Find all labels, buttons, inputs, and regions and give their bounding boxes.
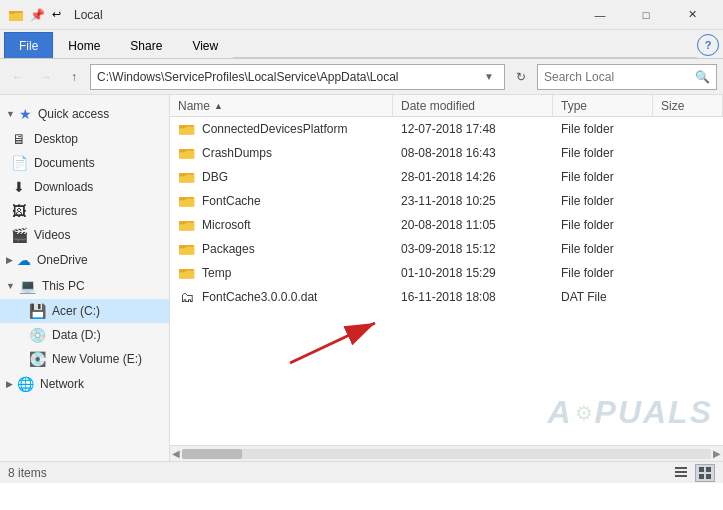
col-header-type[interactable]: Type [553,95,653,116]
col-header-name[interactable]: Name ▲ [170,95,393,116]
search-icon[interactable]: 🔍 [695,70,710,84]
file-area: Name ▲ Date modified Type Size Connected… [170,95,723,461]
svg-rect-20 [179,245,185,248]
this-pc-icon: 💻 [19,278,36,294]
onedrive-chevron-icon: ▶ [6,255,13,265]
sidebar-label-drive-c: Acer (C:) [52,304,100,318]
quick-access-label: Quick access [38,107,109,121]
file-type-cell: File folder [553,165,653,188]
table-row[interactable]: Microsoft 20-08-2018 11:05 File folder [170,213,723,237]
file-type-cell: DAT File [553,285,653,308]
sidebar-item-desktop[interactable]: 🖥 Desktop [0,127,169,151]
sidebar-item-drive-c[interactable]: 💾 Acer (C:) [0,299,169,323]
svg-rect-5 [179,125,185,128]
scroll-track [182,449,711,459]
svg-rect-2 [9,11,15,14]
table-row[interactable]: CrashDumps 08-08-2018 16:43 File folder [170,141,723,165]
documents-icon: 📄 [10,154,28,172]
up-button[interactable]: ↑ [62,65,86,89]
table-row[interactable]: ConnectedDevicesPlatform 12-07-2018 17:4… [170,117,723,141]
col-header-date[interactable]: Date modified [393,95,553,116]
search-input[interactable] [544,70,695,84]
horizontal-scrollbar[interactable]: ◀ ▶ [170,445,723,461]
large-icons-view-button[interactable] [695,464,715,482]
quick-access-icon: ★ [19,106,32,122]
back-button[interactable]: ← [6,65,30,89]
refresh-button[interactable]: ↻ [509,65,533,89]
table-row[interactable]: Packages 03-09-2018 15:12 File folder [170,237,723,261]
file-date-cell: 23-11-2018 10:25 [393,189,553,212]
table-row[interactable]: 🗂 FontCache3.0.0.0.dat 16-11-2018 18:08 … [170,285,723,309]
sidebar-item-videos[interactable]: 🎬 Videos [0,223,169,247]
window-controls: — □ ✕ [577,0,715,30]
desktop-icon: 🖥 [10,130,28,148]
nav-bar: ← → ↑ C:\Windows\ServiceProfiles\LocalSe… [0,59,723,95]
sort-icon: ▲ [214,101,223,111]
onedrive-label: OneDrive [37,253,88,267]
svg-rect-27 [675,471,687,473]
drive-d-icon: 💿 [28,326,46,344]
svg-rect-32 [706,474,711,479]
file-name-cell: Packages [170,237,393,260]
scroll-left-arrow[interactable]: ◀ [172,448,182,459]
scroll-right-arrow[interactable]: ▶ [711,448,721,459]
minimize-button[interactable]: — [577,0,623,30]
details-view-button[interactable] [671,464,691,482]
sidebar-label-downloads: Downloads [34,180,93,194]
sidebar-label-drive-e: New Volume (E:) [52,352,142,366]
table-row[interactable]: DBG 28-01-2018 14:26 File folder [170,165,723,189]
table-row[interactable]: FontCache 23-11-2018 10:25 File folder [170,189,723,213]
file-size-cell [653,141,723,164]
address-bar[interactable]: C:\Windows\ServiceProfiles\LocalService\… [90,64,505,90]
ribbon: File Home Share View ? [0,30,723,59]
maximize-button[interactable]: □ [623,0,669,30]
col-header-size[interactable]: Size [653,95,723,116]
tab-share[interactable]: Share [115,32,177,58]
sidebar-section-onedrive[interactable]: ▶ ☁ OneDrive [0,247,169,273]
sidebar-label-videos: Videos [34,228,70,242]
file-size-cell [653,285,723,308]
tab-home[interactable]: Home [53,32,115,58]
file-name-cell: 🗂 FontCache3.0.0.0.dat [170,285,393,308]
file-list-header: Name ▲ Date modified Type Size [170,95,723,117]
network-icon: 🌐 [17,376,34,392]
this-pc-label: This PC [42,279,85,293]
file-size-cell [653,261,723,284]
sidebar-item-pictures[interactable]: 🖼 Pictures [0,199,169,223]
sidebar-item-downloads[interactable]: ⬇ Downloads [0,175,169,199]
help-button[interactable]: ? [697,34,719,56]
sidebar-item-documents[interactable]: 📄 Documents [0,151,169,175]
file-type-cell: File folder [553,189,653,212]
file-name: FontCache3.0.0.0.dat [202,290,317,304]
sidebar-section-quick-access[interactable]: ▼ ★ Quick access [0,101,169,127]
file-name: Microsoft [202,218,251,232]
drive-c-icon: 💾 [28,302,46,320]
app-icon [8,7,24,23]
scroll-thumb[interactable] [182,449,242,459]
tab-file[interactable]: File [4,32,53,58]
address-dropdown-button[interactable]: ▼ [480,71,498,82]
main-container: ▼ ★ Quick access 🖥 Desktop 📄 Documents ⬇… [0,95,723,461]
file-size-cell [653,165,723,188]
svg-rect-30 [706,467,711,472]
file-size-cell [653,237,723,260]
address-text: C:\Windows\ServiceProfiles\LocalService\… [97,70,480,84]
tab-view[interactable]: View [177,32,233,58]
sidebar-section-this-pc[interactable]: ▼ 💻 This PC [0,273,169,299]
file-date-cell: 08-08-2018 16:43 [393,141,553,164]
undo-icon: ↩ [52,7,68,23]
forward-button[interactable]: → [34,65,58,89]
sidebar-item-drive-e[interactable]: 💽 New Volume (E:) [0,347,169,371]
sidebar-section-network[interactable]: ▶ 🌐 Network [0,371,169,397]
sidebar-label-pictures: Pictures [34,204,77,218]
pin-icon: 📌 [30,7,46,23]
svg-rect-26 [675,467,687,469]
close-button[interactable]: ✕ [669,0,715,30]
sidebar-item-drive-d[interactable]: 💿 Data (D:) [0,323,169,347]
svg-rect-8 [179,149,185,152]
table-row[interactable]: Temp 01-10-2018 15:29 File folder [170,261,723,285]
drive-e-icon: 💽 [28,350,46,368]
file-name: Temp [202,266,231,280]
sidebar: ▼ ★ Quick access 🖥 Desktop 📄 Documents ⬇… [0,95,170,461]
file-size-cell [653,189,723,212]
